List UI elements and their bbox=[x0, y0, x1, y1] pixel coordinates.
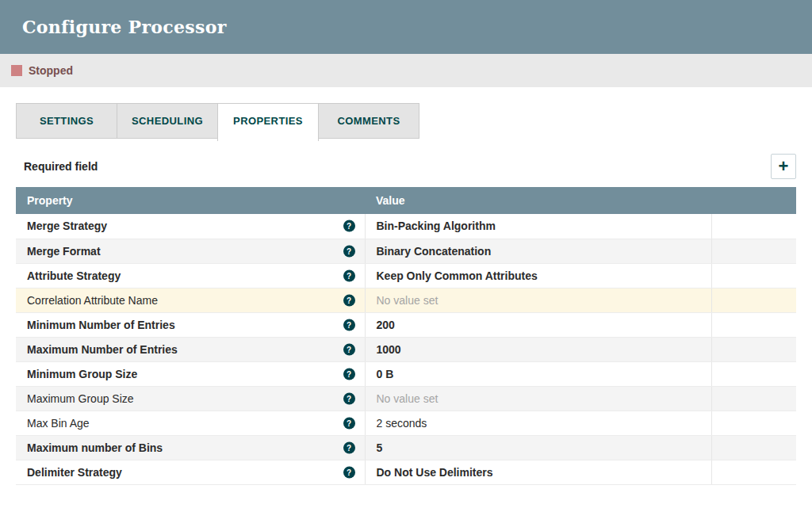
property-value[interactable]: Keep Only Common Attributes bbox=[377, 269, 538, 282]
required-field-label: Required field bbox=[24, 160, 98, 173]
column-header-property: Property bbox=[16, 187, 365, 214]
properties-table: Property Value Merge Strategy?Bin-Packin… bbox=[16, 187, 796, 485]
dialog-header: Configure Processor bbox=[0, 0, 812, 54]
help-icon[interactable]: ? bbox=[343, 343, 355, 355]
table-row[interactable]: Minimum Number of Entries?200 bbox=[16, 312, 796, 337]
table-row[interactable]: Max Bin Age?2 seconds bbox=[16, 411, 796, 435]
tab-properties[interactable]: PROPERTIES bbox=[217, 103, 319, 141]
help-icon[interactable]: ? bbox=[343, 294, 355, 306]
plus-icon: + bbox=[779, 158, 789, 175]
help-icon[interactable]: ? bbox=[343, 368, 355, 380]
tab-settings[interactable]: SETTINGS bbox=[16, 103, 117, 139]
table-row[interactable]: Minimum Group Size?0 B bbox=[16, 361, 796, 386]
property-value[interactable]: 200 bbox=[377, 319, 395, 331]
configure-processor-dialog: Configure Processor Stopped SETTINGS SCH… bbox=[0, 0, 812, 501]
column-header-extra bbox=[711, 187, 796, 214]
table-row[interactable]: Attribute Strategy?Keep Only Common Attr… bbox=[16, 263, 796, 288]
tab-bar: SETTINGS SCHEDULING PROPERTIES COMMENTS bbox=[16, 103, 796, 141]
table-header-row: Property Value bbox=[16, 187, 796, 214]
help-icon[interactable]: ? bbox=[343, 392, 355, 404]
table-row[interactable]: Merge Strategy?Bin-Packing Algorithm bbox=[16, 214, 796, 239]
row-extra-cell bbox=[711, 386, 796, 411]
property-name: Maximum number of Bins bbox=[27, 441, 163, 454]
property-name: Maximum Group Size bbox=[27, 392, 134, 405]
table-row[interactable]: Merge Format?Binary Concatenation bbox=[16, 239, 796, 263]
property-value[interactable]: Bin-Packing Algorithm bbox=[377, 220, 496, 232]
row-extra-cell bbox=[711, 214, 796, 239]
property-value[interactable]: 5 bbox=[377, 441, 383, 454]
table-row[interactable]: Delimiter Strategy?Do Not Use Delimiters bbox=[16, 460, 796, 484]
help-icon[interactable]: ? bbox=[343, 220, 355, 232]
help-icon[interactable]: ? bbox=[343, 417, 355, 429]
property-value[interactable]: No value set bbox=[377, 392, 439, 405]
help-icon[interactable]: ? bbox=[343, 245, 355, 257]
row-extra-cell bbox=[711, 263, 796, 288]
property-name: Minimum Group Size bbox=[27, 368, 137, 380]
property-name: Attribute Strategy bbox=[27, 269, 121, 282]
table-row[interactable]: Correlation Attribute Name?No value set bbox=[16, 288, 796, 312]
table-row[interactable]: Maximum number of Bins?5 bbox=[16, 435, 796, 460]
row-extra-cell bbox=[711, 312, 796, 337]
table-row[interactable]: Maximum Group Size?No value set bbox=[16, 386, 796, 411]
stopped-status-icon bbox=[11, 65, 22, 76]
property-value[interactable]: 0 B bbox=[377, 368, 394, 380]
row-extra-cell bbox=[711, 288, 796, 312]
help-icon[interactable]: ? bbox=[343, 441, 355, 453]
row-extra-cell bbox=[711, 239, 796, 263]
help-icon[interactable]: ? bbox=[343, 466, 355, 478]
property-name: Delimiter Strategy bbox=[27, 466, 122, 479]
status-bar: Stopped bbox=[0, 54, 812, 87]
status-label: Stopped bbox=[29, 64, 73, 77]
tab-comments[interactable]: COMMENTS bbox=[318, 103, 419, 139]
dialog-title: Configure Processor bbox=[22, 17, 227, 37]
row-extra-cell bbox=[711, 460, 796, 484]
row-extra-cell bbox=[711, 361, 796, 386]
row-extra-cell bbox=[711, 435, 796, 460]
property-value[interactable]: 1000 bbox=[377, 343, 401, 356]
property-name: Max Bin Age bbox=[27, 417, 90, 430]
property-value[interactable]: 2 seconds bbox=[377, 417, 427, 430]
property-value[interactable]: No value set bbox=[377, 294, 439, 307]
property-name: Merge Strategy bbox=[27, 220, 107, 232]
property-name: Correlation Attribute Name bbox=[27, 294, 158, 307]
column-header-value: Value bbox=[365, 187, 711, 214]
add-property-button[interactable]: + bbox=[771, 154, 796, 179]
help-icon[interactable]: ? bbox=[343, 319, 355, 330]
property-value[interactable]: Do Not Use Delimiters bbox=[377, 466, 493, 479]
table-row[interactable]: Maximum Number of Entries?1000 bbox=[16, 337, 796, 361]
property-name: Minimum Number of Entries bbox=[27, 319, 175, 331]
help-icon[interactable]: ? bbox=[343, 269, 355, 281]
properties-toolbar: Required field + bbox=[24, 154, 796, 179]
property-value[interactable]: Binary Concatenation bbox=[377, 245, 492, 258]
dialog-content: SETTINGS SCHEDULING PROPERTIES COMMENTS … bbox=[0, 87, 812, 501]
row-extra-cell bbox=[711, 337, 796, 361]
tab-scheduling[interactable]: SCHEDULING bbox=[117, 103, 218, 139]
property-name: Merge Format bbox=[27, 245, 101, 258]
row-extra-cell bbox=[711, 411, 796, 435]
property-name: Maximum Number of Entries bbox=[27, 343, 178, 356]
